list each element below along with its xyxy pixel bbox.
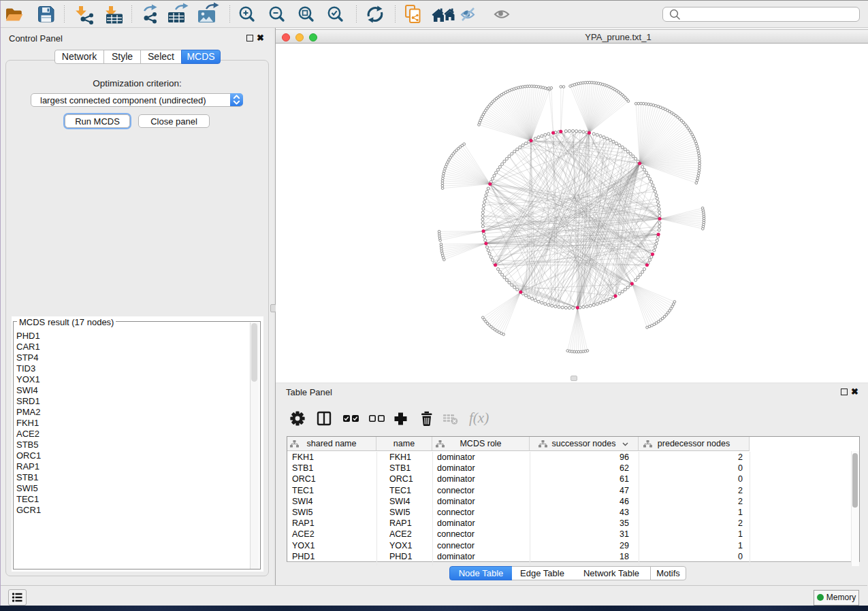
svg-text:f(x): f(x) [469, 410, 489, 426]
